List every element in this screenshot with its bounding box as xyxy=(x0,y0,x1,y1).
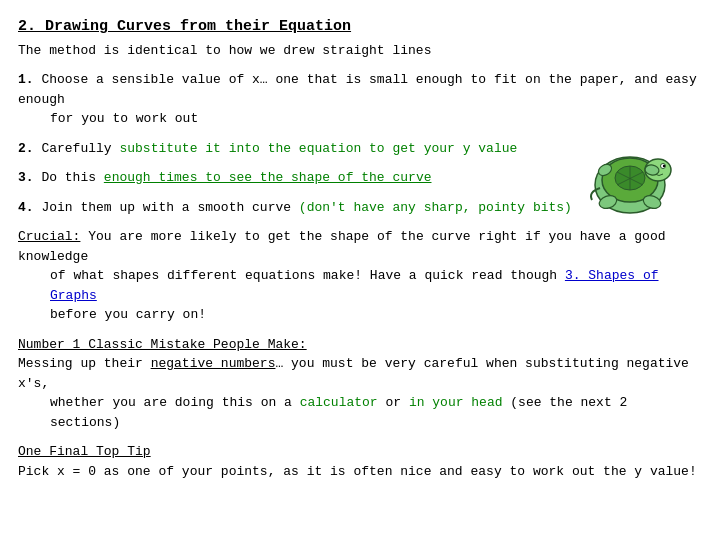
step-2-colored: substitute it into the equation to get y… xyxy=(119,141,517,156)
turtle-image xyxy=(570,120,690,230)
mistake-text: Messing up their negative numbers… you m… xyxy=(18,354,702,393)
step-1-text: Choose a sensible value of x… one that i… xyxy=(18,72,697,107)
step-3-num: 3. xyxy=(18,170,41,185)
final-label: One Final Top Tip xyxy=(18,442,702,462)
shapes-link[interactable]: 3. Shapes of Graphs xyxy=(50,268,659,303)
step-3-text-before: Do this xyxy=(41,170,103,185)
mistake-label: Number 1 Classic Mistake People Make: xyxy=(18,337,307,352)
step-4-num: 4. xyxy=(18,200,41,215)
crucial-text2: of what shapes different equations make!… xyxy=(50,266,702,305)
step-1-num: 1. xyxy=(18,72,41,87)
svg-point-8 xyxy=(663,165,665,167)
step-2-num: 2. xyxy=(18,141,41,156)
crucial-text1: You are more likely to get the shape of … xyxy=(18,229,666,264)
calculator-green: calculator xyxy=(300,395,378,410)
step-3-colored: enough times to see the shape of the cur… xyxy=(104,170,432,185)
crucial-label: Crucial: xyxy=(18,229,80,244)
step-2-text-before: Carefully xyxy=(41,141,119,156)
step-4-colored: (don't have any sharp, pointy bits) xyxy=(299,200,572,215)
in-head-green: in your head xyxy=(409,395,503,410)
page-title: 2. Drawing Curves from their Equation xyxy=(18,18,702,35)
final-text: Pick x = 0 as one of your points, as it … xyxy=(18,462,702,482)
step-4-text-before: Join them up with a smooth curve xyxy=(41,200,298,215)
subtitle: The method is identical to how we drew s… xyxy=(18,43,702,58)
mistake-section: Number 1 Classic Mistake People Make: Me… xyxy=(18,335,702,433)
mistake-indent: whether you are doing this on a calculat… xyxy=(50,393,702,432)
final-section: One Final Top Tip Pick x = 0 as one of y… xyxy=(18,442,702,481)
crucial-section: Crucial: You are more likely to get the … xyxy=(18,227,702,325)
crucial-text3: before you carry on! xyxy=(50,305,702,325)
